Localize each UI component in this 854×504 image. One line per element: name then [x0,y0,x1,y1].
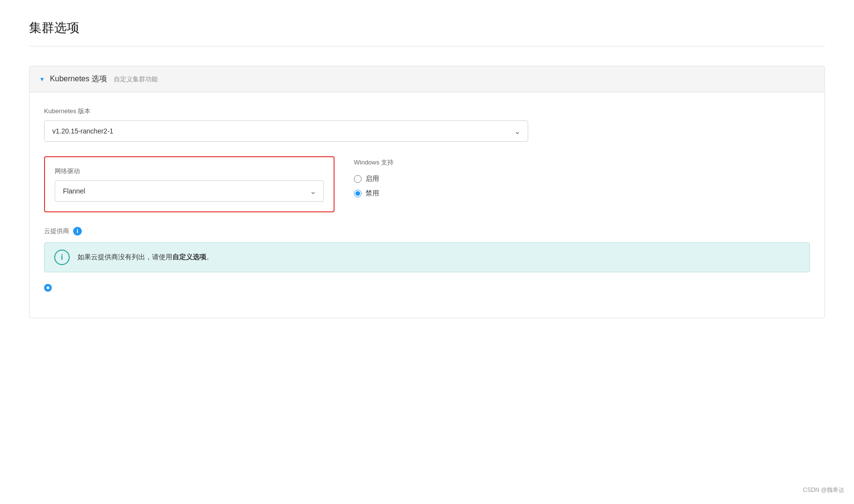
windows-support-section: Windows 支持 启用 禁用 [354,156,394,198]
cloud-provider-help-icon[interactable]: i [73,227,82,236]
windows-enable-option[interactable]: 启用 [354,175,394,183]
watermark: CSDN @魏希达 [803,486,844,494]
windows-support-label: Windows 支持 [354,158,394,167]
info-banner: i 如果云提供商没有列出，请使用自定义选项。 [44,242,810,272]
network-label: 网络驱动 [55,167,324,176]
section-subtitle: 自定义集群功能 [114,75,158,84]
section-title: Kubernetes 选项 [50,74,107,84]
section-body: Kubernetes 版本 v1.20.15-rancher2-1 v1.20.… [30,92,824,318]
cloud-label-row: 云提供商 i [44,227,810,236]
windows-disable-option[interactable]: 禁用 [354,189,394,198]
kubernetes-options-section: ▼ Kubernetes 选项 自定义集群功能 Kubernetes 版本 v1… [29,66,825,318]
info-banner-text: 如果云提供商没有列出，请使用自定义选项。 [77,253,213,262]
network-select-wrapper: Flannel Calico Canal Weave ⌄ [55,180,324,202]
bottom-indicator [44,284,810,292]
chevron-down-icon: ▼ [39,76,45,83]
version-select-wrapper: v1.20.15-rancher2-1 v1.20.14-rancher2-1 … [44,120,528,142]
windows-disable-label: 禁用 [366,189,379,198]
windows-enable-label: 启用 [366,175,379,183]
info-icon: i [54,250,70,265]
bottom-radio-dot [44,284,52,292]
cloud-provider-section: 云提供商 i i 如果云提供商没有列出，请使用自定义选项。 [44,227,810,292]
version-select[interactable]: v1.20.15-rancher2-1 v1.20.14-rancher2-1 … [44,120,528,142]
cloud-provider-label: 云提供商 [44,227,69,236]
title-divider [29,46,825,46]
windows-enable-radio[interactable] [354,175,362,183]
version-field: Kubernetes 版本 v1.20.15-rancher2-1 v1.20.… [44,107,528,142]
page-title: 集群选项 [29,19,825,36]
network-driver-highlighted-box: 网络驱动 Flannel Calico Canal Weave ⌄ [44,156,335,212]
network-windows-row: 网络驱动 Flannel Calico Canal Weave ⌄ Window… [44,156,810,212]
windows-radio-group: 启用 禁用 [354,175,394,198]
windows-disable-radio[interactable] [354,190,362,197]
section-header[interactable]: ▼ Kubernetes 选项 自定义集群功能 [30,66,824,92]
network-select[interactable]: Flannel Calico Canal Weave [55,180,324,202]
version-label: Kubernetes 版本 [44,107,528,116]
